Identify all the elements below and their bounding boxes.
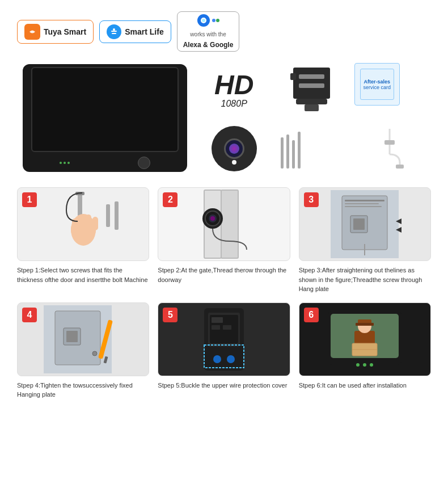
step-3: 3 <box>299 187 431 294</box>
tuya-label: Tuya Smart <box>44 27 86 36</box>
svg-point-66 <box>356 363 360 367</box>
step-1-image: 1 <box>17 187 149 261</box>
step-2-number: 2 <box>163 192 177 207</box>
svg-rect-6 <box>299 74 324 79</box>
screw-2 <box>286 134 289 169</box>
product-area: HD 1080P After-sales service card <box>17 63 431 173</box>
svg-point-48 <box>92 351 97 356</box>
hd-badge: HD 1080P <box>198 63 269 117</box>
svg-rect-8 <box>290 73 296 80</box>
step-5-image: 5 <box>158 302 290 376</box>
svg-rect-10 <box>305 104 319 111</box>
service-card: After-sales service card <box>354 63 400 106</box>
speaker-indicator <box>60 162 70 164</box>
svg-point-4 <box>113 28 115 31</box>
cable-group <box>354 124 425 173</box>
device-bottom <box>60 157 150 169</box>
device-screen <box>31 67 179 152</box>
step-3-text: Stpep 3:After straightening out thelines… <box>299 266 431 294</box>
step-1: 1 <box>17 187 149 294</box>
service-card-inner: After-sales service card <box>360 69 394 100</box>
works-with-label: works with the <box>190 31 226 37</box>
step-2-illustration <box>173 187 275 261</box>
svg-point-67 <box>363 363 366 367</box>
svg-rect-2 <box>111 31 117 32</box>
led-1 <box>60 162 62 164</box>
svg-rect-27 <box>221 190 238 258</box>
svg-rect-45 <box>66 331 78 342</box>
svg-point-55 <box>213 355 221 363</box>
svg-point-68 <box>370 363 373 367</box>
camera-unit <box>198 124 269 173</box>
screws-group <box>276 124 347 173</box>
step-3-number: 3 <box>304 192 319 207</box>
svg-rect-12 <box>384 140 395 145</box>
camera-led <box>232 160 236 165</box>
svg-rect-5 <box>293 68 330 99</box>
svg-rect-35 <box>345 203 379 204</box>
svg-point-56 <box>227 355 235 363</box>
step-1-text: Stpep 1:Select two screws that fits the … <box>17 266 149 284</box>
svg-rect-38 <box>353 218 365 230</box>
step-2-image: 2 <box>158 187 290 261</box>
alexa-badge: works with the Alexa & Google <box>177 11 240 52</box>
step-4-image: 4 <box>17 302 149 376</box>
step-6: 6 <box>299 302 431 399</box>
service-label-2: service card <box>363 85 391 90</box>
tuya-icon <box>24 24 40 40</box>
svg-rect-53 <box>212 325 220 330</box>
hd-label: HD <box>214 71 253 99</box>
svg-rect-22 <box>86 214 91 230</box>
step-5-text: Stpep 5:Buckle the upper wire protection… <box>158 381 290 390</box>
alexa-google-label: Alexa & Google <box>183 41 234 49</box>
svg-rect-23 <box>92 217 98 230</box>
resolution-label: 1080P <box>221 99 247 109</box>
smartlife-icon <box>107 24 121 39</box>
svg-rect-34 <box>345 200 384 201</box>
device-button <box>138 157 150 169</box>
step-5: 5 Stpep 5:Buckl <box>158 302 290 399</box>
step-6-number: 6 <box>304 308 319 322</box>
step-6-illustration <box>314 302 416 376</box>
step-3-illustration <box>314 187 416 261</box>
svg-rect-24 <box>106 204 110 227</box>
svg-rect-3 <box>112 33 116 34</box>
step-3-image: 3 <box>299 187 431 261</box>
step-6-text: Stpep 6:It can be used after installatio… <box>299 381 431 390</box>
led-2 <box>64 162 66 164</box>
step-4: 4 Stpep 4:Tighten the towsuccessively <box>17 302 149 399</box>
main-device <box>23 64 187 172</box>
usb-cable-icon <box>374 129 405 169</box>
screw-1 <box>281 137 284 169</box>
camera-unit-circle <box>212 126 257 171</box>
step-2: 2 Stpep 2:At the gate,Thread therow thro… <box>158 187 290 294</box>
svg-rect-9 <box>296 99 327 104</box>
header-badges: Tuya Smart Smart Life <box>17 11 431 52</box>
alexa-icon <box>197 14 210 27</box>
svg-rect-52 <box>212 317 223 323</box>
led-3 <box>67 162 70 164</box>
step-2-text: Stpep 2:At the gate,Thread therow throug… <box>158 266 290 284</box>
step-1-number: 1 <box>22 192 37 207</box>
service-label-1: After-sales <box>364 79 390 85</box>
camera-inner <box>229 144 239 154</box>
svg-rect-7 <box>299 83 324 88</box>
steps-section: 1 <box>17 187 431 399</box>
svg-rect-25 <box>115 201 119 230</box>
svg-rect-15 <box>396 165 404 169</box>
step-5-number: 5 <box>163 308 177 322</box>
step-1-illustration <box>32 187 134 261</box>
svg-rect-36 <box>345 206 382 207</box>
screw-3 <box>292 140 295 169</box>
accessories-grid: HD 1080P After-sales service card <box>198 63 425 173</box>
step-4-number: 4 <box>22 308 37 322</box>
step-5-illustration <box>173 302 275 376</box>
main-page: Tuya Smart Smart Life <box>0 0 448 488</box>
step-6-image: 6 <box>299 302 431 376</box>
svg-point-31 <box>210 216 215 221</box>
step-4-illustration <box>32 302 134 376</box>
svg-rect-21 <box>79 214 84 230</box>
step-4-text: Stpep 4:Tighten the towsuccessively fixe… <box>17 381 149 399</box>
mount-bracket-icon <box>288 68 336 113</box>
camera-lens <box>224 138 244 159</box>
